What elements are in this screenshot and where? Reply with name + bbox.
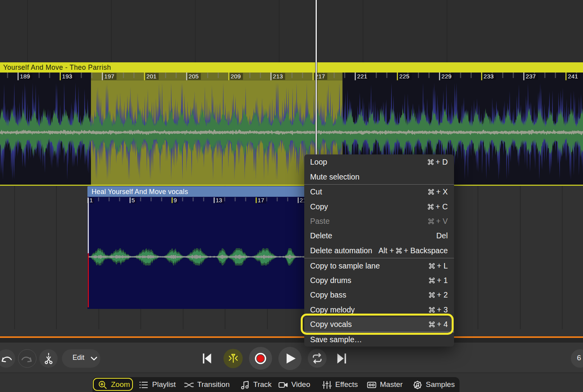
- svg-text:1: 1: [89, 197, 93, 203]
- svg-text:5: 5: [132, 197, 135, 203]
- svg-text:13: 13: [216, 197, 222, 203]
- svg-text:229: 229: [441, 73, 452, 80]
- svg-text:233: 233: [483, 73, 494, 80]
- svg-text:17: 17: [258, 197, 264, 203]
- svg-text:225: 225: [399, 73, 409, 80]
- svg-text:189: 189: [20, 73, 30, 80]
- svg-text:221: 221: [357, 73, 367, 80]
- svg-text:197: 197: [104, 73, 114, 80]
- svg-text:201: 201: [146, 73, 156, 80]
- svg-text:205: 205: [189, 73, 199, 80]
- svg-text:213: 213: [273, 73, 283, 80]
- svg-text:9: 9: [174, 197, 177, 203]
- svg-text:237: 237: [526, 73, 536, 80]
- svg-text:193: 193: [62, 73, 72, 80]
- svg-text:241: 241: [568, 73, 578, 80]
- svg-text:209: 209: [231, 73, 241, 80]
